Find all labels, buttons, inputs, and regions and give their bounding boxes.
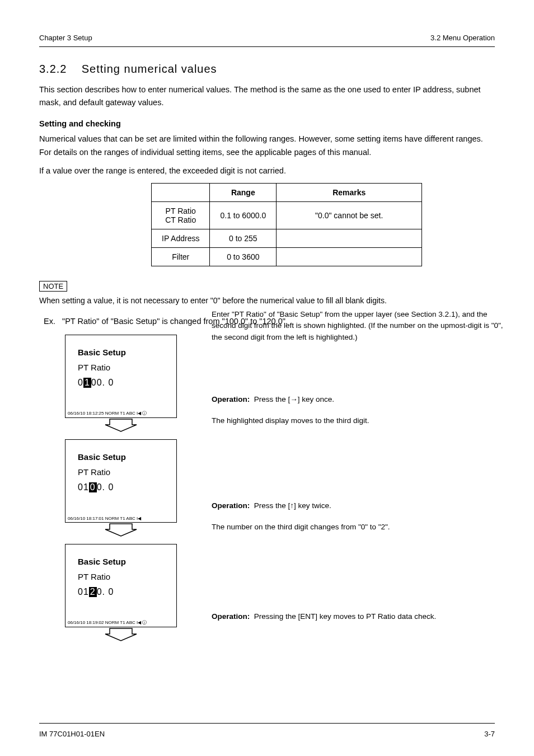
digit-0: 0 [78, 587, 83, 597]
screen-status-bar: 06/16/10 18:12:25 NORM T1 ABC I◀ ⓘ [68, 410, 147, 416]
section-title: Setting numerical values [82, 63, 217, 75]
screen-title: Basic Setup [78, 348, 176, 357]
table-cell: 0.1 to 6000.0 [210, 201, 277, 229]
digit-1: 1 [83, 482, 89, 492]
operation-label: Operation: [212, 501, 250, 510]
screen-3: Basic Setup PT Ratio 0120. 0 06/16/10 18… [65, 544, 177, 627]
digit-3: 0. [97, 378, 105, 387]
screen-field-label: PT Ratio [78, 572, 176, 581]
arrow-down-icon [65, 523, 177, 538]
table-header-blank [152, 183, 210, 201]
page-header: Chapter 3 Setup 3.2 Menu Operation [39, 34, 495, 42]
screen-status-bar: 06/16/10 18:17:01 NORM T1 ABC I◀ [68, 516, 141, 521]
digit-2-highlighted: 0 [89, 482, 97, 492]
table-row: PT Ratio CT Ratio 0.1 to 6000.0 "0.0" ca… [152, 201, 422, 229]
sub1-para2: If a value over the range is entered, th… [39, 165, 495, 177]
note-text: When setting a value, it is not necessar… [39, 295, 495, 307]
table-cell: 0 to 255 [210, 229, 277, 247]
example-label: Ex. [44, 317, 55, 326]
caption-1: Enter "PT Ratio" of "Basic Setup" from t… [212, 309, 508, 343]
footer-right: 3-7 [484, 730, 495, 738]
caption-5: The number on the third digit changes fr… [212, 522, 508, 533]
digit-4: 0 [105, 482, 114, 492]
footer-left: IM 77C01H01-01EN [39, 730, 105, 738]
sub1-para1: Numerical values that can be set are lim… [39, 133, 495, 158]
caption-3: The highlighted display moves to the thi… [212, 415, 508, 426]
table-cell: "0.0" cannot be set. [277, 201, 422, 229]
digit-2-highlighted: 2 [89, 587, 97, 597]
header-left: Chapter 3 Setup [39, 34, 92, 42]
table-row: IP Address 0 to 255 [152, 229, 422, 247]
table-header-range: Range [210, 183, 277, 201]
section-number: 3.2.2 [39, 63, 67, 75]
digit-0: 0 [78, 482, 83, 492]
table-cell: PT Ratio CT Ratio [152, 201, 210, 229]
operation-label: Operation: [212, 612, 250, 621]
screen-2: Basic Setup PT Ratio 0100. 0 06/16/10 18… [65, 439, 177, 523]
subheading-setting-checking: Setting and checking [39, 119, 495, 128]
intro-paragraph: This section describes how to enter nume… [39, 83, 495, 109]
screen-title: Basic Setup [78, 452, 176, 462]
table-header-row: Range Remarks [152, 183, 422, 201]
table-cell [277, 247, 422, 266]
caption-6-operation: Operation: Pressing the [ENT] key moves … [212, 611, 508, 622]
screen-value: 0100. 0 [78, 378, 176, 388]
operation-text: Pressing the [ENT] key moves to PT Ratio… [254, 612, 436, 621]
footer-rule [39, 723, 495, 724]
screen-value: 0120. 0 [78, 587, 176, 597]
screen-field-label: PT Ratio [78, 363, 176, 372]
section-heading: 3.2.2 Setting numerical values [39, 63, 495, 76]
digit-3: 0. [97, 482, 105, 492]
screen-value: 0100. 0 [78, 482, 176, 492]
digit-1: 1 [83, 587, 89, 597]
header-right: 3.2 Menu Operation [430, 34, 495, 42]
note-label: NOTE [39, 281, 67, 292]
table-row: Filter 0 to 3600 [152, 247, 422, 266]
page-footer: IM 77C01H01-01EN 3-7 [39, 730, 495, 738]
screen-title: Basic Setup [78, 557, 176, 566]
table-cell: IP Address [152, 229, 210, 247]
arrow-down-icon [65, 418, 177, 434]
screen-1: Basic Setup PT Ratio 0100. 0 06/16/10 18… [65, 335, 177, 418]
table-cell [277, 229, 422, 247]
header-rule [39, 46, 495, 47]
operation-label: Operation: [212, 395, 250, 403]
digit-4: 0 [105, 587, 114, 597]
caption-2-operation: Operation: Press the [→] key once. [212, 394, 508, 405]
range-table: Range Remarks PT Ratio CT Ratio 0.1 to 6… [151, 183, 422, 266]
digit-1-highlighted: 1 [83, 378, 91, 388]
digit-3: 0. [97, 587, 105, 597]
screen-field-label: PT Ratio [78, 467, 176, 477]
operation-text: Press the [↑] key twice. [254, 501, 331, 510]
screens-column: Basic Setup PT Ratio 0100. 0 06/16/10 18… [65, 335, 495, 643]
table-cell: Filter [152, 247, 210, 266]
table-cell: 0 to 3600 [210, 247, 277, 266]
digit-4: 0 [105, 378, 114, 387]
screen-status-bar: 06/16/10 18:19:02 NORM T1 ABC I◀ ⓘ [68, 619, 147, 626]
screen-3-block: Basic Setup PT Ratio 0120. 0 06/16/10 18… [65, 544, 495, 643]
operation-text: Press the [→] key once. [254, 395, 334, 403]
arrow-down-icon [65, 627, 177, 643]
table-header-remarks: Remarks [277, 183, 422, 201]
digit-0: 0 [78, 378, 83, 387]
digit-2: 0 [91, 378, 97, 387]
caption-4-operation: Operation: Press the [↑] key twice. [212, 500, 508, 511]
